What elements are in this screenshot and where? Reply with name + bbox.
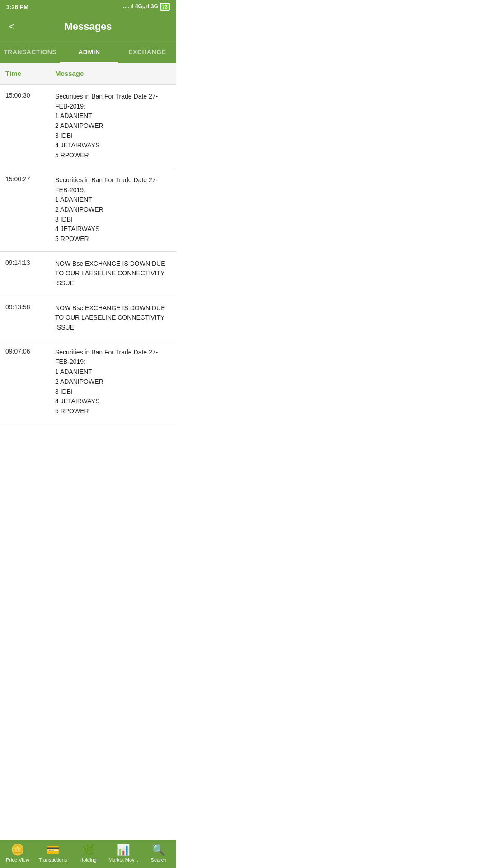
back-button[interactable]: < [9, 22, 15, 32]
message-text: NOW Bse EXCHANGE IS DOWN DUE TO OUR LAES… [50, 296, 176, 340]
message-time: 09:14:13 [0, 252, 50, 296]
nav-search[interactable]: 🔍 Search [143, 844, 174, 863]
nav-label-holding: Holding [80, 857, 96, 863]
message-time: 15:00:27 [0, 168, 50, 251]
nav-label-search: Search [151, 857, 167, 863]
page-header: < Messages [0, 14, 176, 42]
message-row: 09:07:06Securities in Ban For Trade Date… [0, 340, 176, 424]
holding-icon: 🌿 [81, 844, 95, 855]
message-row: 15:00:30Securities in Ban For Trade Date… [0, 85, 176, 168]
battery-indicator: 73 [160, 3, 170, 11]
tab-admin[interactable]: ADMIN [60, 42, 118, 63]
nav-market-mover[interactable]: 📊 Market Mov... [108, 844, 139, 863]
nav-label-price-view: Price View [6, 857, 29, 863]
message-row: 15:00:27Securities in Ban For Trade Date… [0, 168, 176, 252]
content-area: Time Message 15:00:30Securities in Ban F… [0, 63, 176, 460]
nav-label-transactions: Transactions [39, 857, 67, 863]
message-time: 09:07:06 [0, 340, 50, 424]
price-view-icon: 🪙 [11, 844, 24, 855]
nav-label-market-mover: Market Mov... [108, 857, 138, 863]
page-title: Messages [64, 21, 112, 33]
col-header-time: Time [0, 63, 50, 84]
tab-transactions[interactable]: TRANSACTIONS [0, 42, 60, 63]
tab-bar: TRANSACTIONS ADMIN EXCHANGE [0, 42, 176, 63]
nav-transactions[interactable]: 💳 Transactions [38, 844, 68, 863]
message-row: 09:14:13NOW Bse EXCHANGE IS DOWN DUE TO … [0, 252, 176, 296]
status-time: 3:26 PM [6, 4, 28, 10]
message-time: 09:13:58 [0, 296, 50, 340]
message-text: Securities in Ban For Trade Date 27-FEB-… [50, 340, 176, 424]
message-time: 15:00:30 [0, 85, 50, 168]
col-header-message: Message [50, 63, 176, 84]
bottom-navigation: 🪙 Price View 💳 Transactions 🌿 Holding 📊 … [0, 840, 176, 868]
message-row: 09:13:58NOW Bse EXCHANGE IS DOWN DUE TO … [0, 296, 176, 340]
nav-price-view[interactable]: 🪙 Price View [2, 844, 33, 863]
market-mover-icon: 📊 [117, 844, 130, 855]
transactions-icon: 💳 [46, 844, 60, 855]
message-text: Securities in Ban For Trade Date 27-FEB-… [50, 168, 176, 251]
message-text: Securities in Ban For Trade Date 27-FEB-… [50, 85, 176, 168]
status-bar: 3:26 PM .... ıl 4Git ıl 3G 73 [0, 0, 176, 14]
message-text: NOW Bse EXCHANGE IS DOWN DUE TO OUR LAES… [50, 252, 176, 296]
status-right: .... ıl 4Git ıl 3G 73 [123, 3, 170, 11]
nav-holding[interactable]: 🌿 Holding [73, 844, 103, 863]
table-header: Time Message [0, 63, 176, 85]
network-icon: .... ıl 4Git ıl 3G [123, 3, 158, 10]
messages-list: 15:00:30Securities in Ban For Trade Date… [0, 85, 176, 424]
search-icon: 🔍 [152, 844, 165, 855]
tab-exchange[interactable]: EXCHANGE [118, 42, 176, 63]
